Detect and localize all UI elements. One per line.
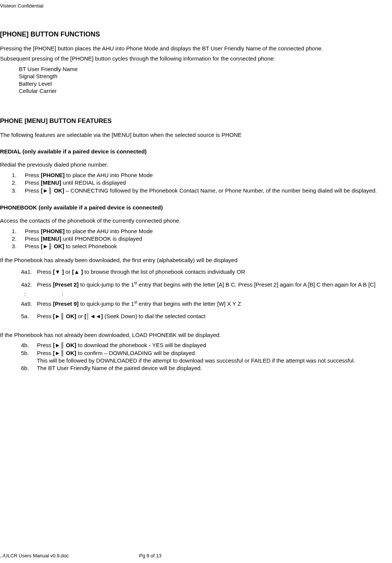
phone-cycle-list: BT User Friendly Name Signal Strength Ba… [19,65,392,95]
section-phone-menu-title: PHONE [MENU] BUTTON FEATURES [0,117,392,125]
phonebook-sub-steps-a: 4a1. Press [▼ ] or [▲ ] to browse throug… [21,267,392,321]
list-item-note: This will be followed by DOWNLOADED if t… [21,357,392,364]
list-item: 4b. Press [►║ OK] to download the phoneb… [21,341,392,349]
list-item: Signal Strength [19,73,392,80]
footer-page-number: Pg 9 of 13 [139,553,252,558]
phonebook-downloaded-note: If the Phonebook has already been downlo… [0,257,392,264]
ellipsis-row: : : [21,289,392,299]
phonebook-intro: Access the contacts of the phonebook of … [0,217,392,225]
list-item: Press [PHONE] to place the AHU into Phon… [18,171,392,179]
list-item: Battery Level [19,80,392,88]
header-confidential: Visteon Confidential [0,3,392,19]
phone-button-p2: Subsequent pressing of the [PHONE] butto… [0,55,392,62]
phonebook-steps: Press [PHONE] to place the AHU into Phon… [11,228,392,250]
list-item: Cellular Carrier [19,87,392,95]
redial-title: REDIAL (only available if a paired devic… [0,148,392,155]
phonebook-sub-steps-b: 4b. Press [►║ OK] to download the phoneb… [21,341,392,372]
list-item: 4a9. Press [Preset 9] to quick-jump to t… [21,299,392,309]
list-item: Press [►║ OK] – CONNECTING followed by t… [18,187,392,194]
list-item: 5b. Press [►║ OK] to confirm – DOWNLOADI… [21,349,392,357]
redial-intro: Redial the previously dialed phone numbe… [0,161,392,168]
list-item: Press [MENU] until REDIAL is displayed [18,179,392,187]
phone-menu-intro: The following features are selectable vi… [0,132,392,139]
phonebook-not-downloaded-note: If the Phonebook has not already been do… [0,332,392,339]
list-item: 4a2. Press [Preset 2] to quick-jump to t… [21,280,392,290]
list-item: 5a. Press [►║ OK] or [│◄◄] (Seek Down) t… [21,311,392,321]
footer-path: ../ULCR Users Manual v0.9.doc [0,553,139,558]
list-item: 4a1. Press [▼ ] or [▲ ] to browse throug… [21,267,392,277]
list-item: Press [PHONE] to place the AHU into Phon… [18,228,392,235]
section-phone-button-title: [PHONE] BUTTON FUNCTIONS [0,30,392,38]
list-item: BT User Friendly Name [19,65,392,73]
list-item: Press [MENU] until PHONEBOOK is displaye… [18,235,392,243]
phone-button-p1: Pressing the [PHONE] button places the A… [0,45,392,52]
list-item: 6b. The BT User Friendly Name of the pai… [21,364,392,372]
phonebook-title: PHONEBOOK (only available if a paired de… [0,204,392,211]
page-footer: ../ULCR Users Manual v0.9.doc Pg 9 of 13 [0,553,392,558]
document-page: Visteon Confidential [PHONE] BUTTON FUNC… [0,0,392,563]
list-item: Press [►║ OK] to select Phonebook [18,243,392,250]
redial-steps: Press [PHONE] to place the AHU into Phon… [11,171,392,194]
